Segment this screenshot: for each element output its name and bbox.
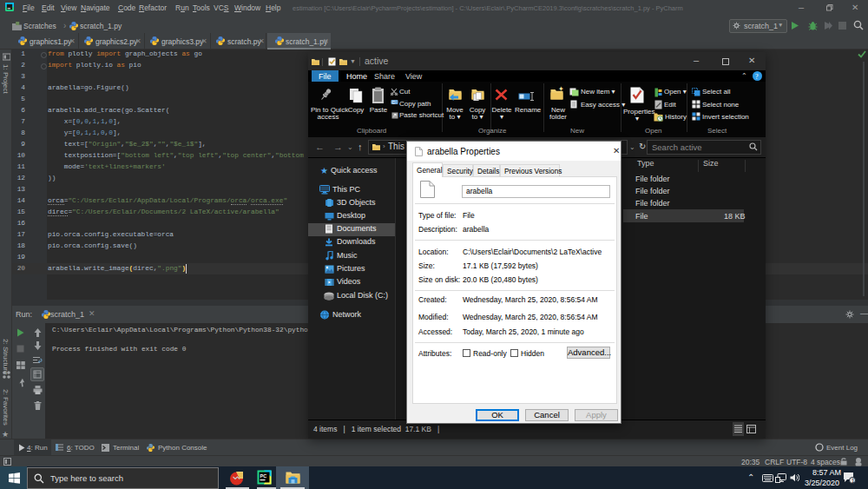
svg-text:1: 1: [852, 478, 855, 484]
svg-text:PC: PC: [260, 473, 267, 479]
svg-text:?: ?: [755, 73, 759, 81]
svg-text:C:: C:: [392, 101, 397, 105]
